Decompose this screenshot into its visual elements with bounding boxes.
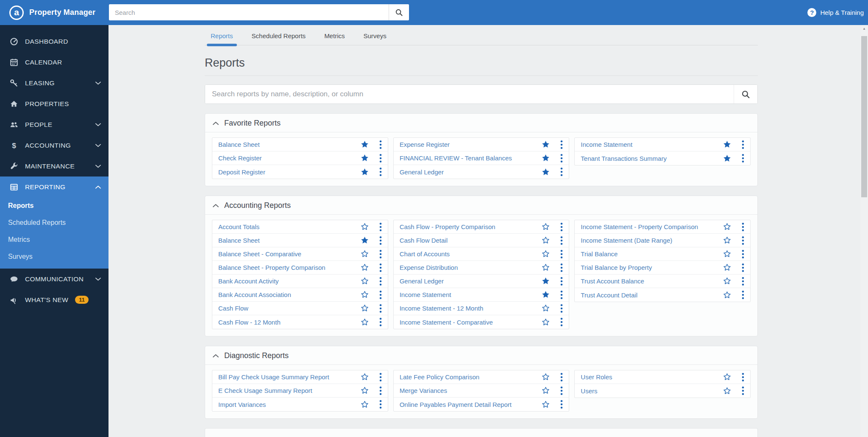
row-menu-button[interactable] — [379, 373, 382, 382]
favorite-toggle[interactable] — [541, 400, 550, 409]
report-link-check-register[interactable]: Check Register — [218, 154, 360, 162]
report-link-cash-flow-detail[interactable]: Cash Flow Detail — [400, 237, 542, 244]
report-link-income-statement-12-month[interactable]: Income Statement - 12 Month — [400, 305, 542, 312]
row-menu-button[interactable] — [742, 154, 744, 163]
collapse-section-button[interactable] — [212, 353, 220, 359]
report-link-income-statement-comparative[interactable]: Income Statement - Comparative — [400, 319, 542, 326]
row-menu-button[interactable] — [379, 263, 382, 272]
favorite-toggle[interactable] — [360, 386, 369, 395]
row-menu-button[interactable] — [379, 249, 382, 259]
tab-metrics[interactable]: Metrics — [324, 25, 345, 45]
row-menu-button[interactable] — [560, 236, 563, 245]
favorite-toggle[interactable] — [360, 304, 369, 313]
row-menu-button[interactable] — [560, 263, 563, 272]
favorite-toggle[interactable] — [541, 386, 550, 395]
report-link-merge-variances[interactable]: Merge Variances — [400, 387, 542, 394]
favorite-toggle[interactable] — [360, 249, 369, 258]
favorite-toggle[interactable] — [541, 168, 550, 176]
row-menu-button[interactable] — [560, 154, 563, 163]
report-link-chart-of-accounts[interactable]: Chart of Accounts — [400, 250, 542, 258]
tab-scheduled-reports[interactable]: Scheduled Reports — [252, 25, 306, 45]
report-link-online-payables-payment-detail-report[interactable]: Online Payables Payment Detail Report — [400, 401, 542, 408]
favorite-toggle[interactable] — [723, 222, 732, 231]
report-link-income-statement[interactable]: Income Statement — [581, 141, 723, 148]
favorite-toggle[interactable] — [723, 263, 732, 272]
favorite-toggle[interactable] — [360, 154, 369, 162]
report-link-cash-flow[interactable]: Cash Flow — [218, 305, 360, 312]
row-menu-button[interactable] — [560, 373, 563, 382]
row-menu-button[interactable] — [742, 236, 744, 245]
favorite-toggle[interactable] — [360, 373, 369, 381]
favorite-toggle[interactable] — [723, 277, 732, 286]
row-menu-button[interactable] — [379, 317, 382, 327]
sidebar-item-leasing[interactable]: LEASING — [0, 73, 108, 93]
row-menu-button[interactable] — [742, 386, 744, 395]
report-link-trial-balance-by-property[interactable]: Trial Balance by Property — [581, 264, 723, 271]
sidebar-item-communication[interactable]: COMMUNICATION — [0, 269, 108, 289]
report-link-e-check-usage-summary-report[interactable]: E Check Usage Summary Report — [218, 387, 360, 394]
report-search-button[interactable] — [734, 85, 757, 104]
report-link-cash-flow-property-comparison[interactable]: Cash Flow - Property Comparison — [400, 223, 542, 230]
row-menu-button[interactable] — [379, 222, 382, 232]
row-menu-button[interactable] — [560, 140, 563, 149]
row-menu-button[interactable] — [560, 222, 563, 232]
report-link-expense-distribution[interactable]: Expense Distribution — [400, 264, 542, 271]
row-menu-button[interactable] — [742, 277, 744, 286]
sidebar-subitem-metrics[interactable]: Metrics — [0, 231, 108, 248]
sidebar-item-dashboard[interactable]: DASHBOARD — [0, 31, 108, 52]
sidebar-subitem-reports[interactable]: Reports — [0, 197, 108, 214]
sidebar-item-maintenance[interactable]: MAINTENANCE — [0, 156, 108, 176]
report-link-cash-flow-12-month[interactable]: Cash Flow - 12 Month — [218, 319, 360, 326]
favorite-toggle[interactable] — [360, 168, 369, 176]
favorite-toggle[interactable] — [360, 263, 369, 272]
favorite-toggle[interactable] — [360, 222, 369, 231]
global-search-input[interactable] — [109, 4, 389, 20]
sidebar-item-people[interactable]: PEOPLE — [0, 114, 108, 135]
row-menu-button[interactable] — [379, 140, 382, 149]
scrollbar-thumb[interactable] — [861, 36, 867, 197]
row-menu-button[interactable] — [560, 249, 563, 259]
sidebar-item-what-s-new[interactable]: WHAT'S NEW11 — [0, 289, 108, 310]
favorite-toggle[interactable] — [360, 277, 369, 286]
favorite-toggle[interactable] — [360, 400, 369, 409]
report-link-balance-sheet[interactable]: Balance Sheet — [218, 237, 360, 244]
row-menu-button[interactable] — [742, 249, 744, 259]
favorite-toggle[interactable] — [541, 154, 550, 162]
tab-reports[interactable]: Reports — [211, 25, 233, 45]
favorite-toggle[interactable] — [723, 387, 732, 395]
report-link-account-totals[interactable]: Account Totals — [218, 223, 360, 230]
favorite-toggle[interactable] — [541, 318, 550, 327]
row-menu-button[interactable] — [560, 290, 563, 300]
report-link-bank-account-activity[interactable]: Bank Account Activity — [218, 277, 360, 285]
row-menu-button[interactable] — [379, 290, 382, 300]
report-link-expense-register[interactable]: Expense Register — [400, 141, 542, 148]
scroll-up-arrow[interactable]: ▲ — [860, 25, 868, 33]
row-menu-button[interactable] — [742, 263, 744, 272]
report-link-import-variances[interactable]: Import Variances — [218, 401, 360, 408]
favorite-toggle[interactable] — [541, 277, 550, 286]
report-link-trust-account-balance[interactable]: Trust Account Balance — [581, 277, 723, 285]
favorite-toggle[interactable] — [723, 236, 732, 245]
row-menu-button[interactable] — [379, 400, 382, 409]
row-menu-button[interactable] — [560, 317, 563, 327]
favorite-toggle[interactable] — [541, 236, 550, 245]
row-menu-button[interactable] — [560, 167, 563, 176]
favorite-toggle[interactable] — [360, 290, 369, 299]
favorite-toggle[interactable] — [723, 291, 732, 300]
favorite-toggle[interactable] — [723, 154, 732, 163]
row-menu-button[interactable] — [379, 236, 382, 245]
global-search-button[interactable] — [389, 4, 409, 20]
favorite-toggle[interactable] — [541, 263, 550, 272]
favorite-toggle[interactable] — [541, 249, 550, 258]
report-search-input[interactable] — [205, 85, 734, 104]
sidebar-item-calendar[interactable]: CALENDAR — [0, 52, 108, 73]
report-link-income-statement[interactable]: Income Statement — [400, 291, 542, 298]
report-link-income-statement-date-range[interactable]: Income Statement (Date Range) — [581, 237, 723, 244]
scrollbar[interactable]: ▲ — [860, 25, 868, 437]
row-menu-button[interactable] — [560, 277, 563, 286]
report-link-late-fee-policy-comparison[interactable]: Late Fee Policy Comparison — [400, 373, 542, 381]
tab-surveys[interactable]: Surveys — [363, 25, 386, 45]
row-menu-button[interactable] — [560, 304, 563, 313]
row-menu-button[interactable] — [560, 386, 563, 395]
favorite-toggle[interactable] — [723, 249, 732, 258]
